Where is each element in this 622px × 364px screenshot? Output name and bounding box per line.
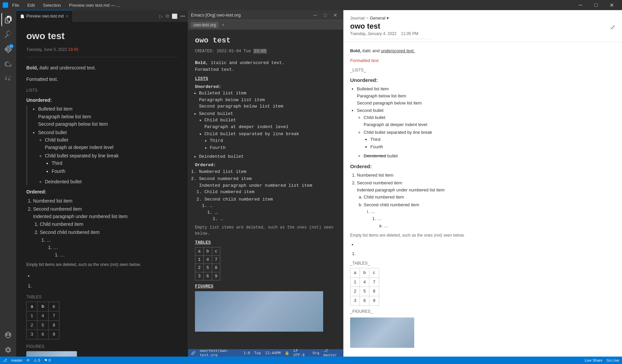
figures-label: FIGURES — [26, 343, 178, 350]
emacs-status-icon: 🔗 — [191, 351, 196, 355]
split-icon[interactable]: ⬜ — [172, 13, 177, 19]
sync-icon[interactable]: ⟳ — [27, 358, 30, 363]
emacs-tab-add[interactable]: + — [220, 22, 226, 28]
tab-actions: ▷ ⧉ ⬜ ••• — [159, 10, 188, 22]
tab-close-icon[interactable]: × — [66, 13, 68, 19]
gggc: … — [221, 216, 336, 222]
activity-search[interactable] — [1, 28, 15, 41]
tab-label: Preview owo.test.md — [26, 14, 64, 19]
expand-button[interactable]: ⤢ — [610, 24, 615, 31]
emacs-unordered-list: Bulleted list item Paragraph below list … — [199, 90, 336, 160]
list-item: Child bullet Paragraph at deeper indent … — [364, 114, 615, 128]
list-item: Bulleted list item Paragraph below list … — [38, 105, 178, 128]
table-cell: 8 — [49, 321, 59, 330]
emacs-ordered-label: Ordered: — [195, 162, 336, 169]
list-item: … — [221, 216, 336, 222]
emacs-close-btn[interactable]: ✕ — [330, 11, 340, 19]
list-item: Second numbered item Indented paragraph … — [357, 180, 615, 230]
list-item: Deindented bullet — [45, 178, 178, 185]
menu-file[interactable]: File — [11, 2, 21, 8]
list-item: Numbered list item — [357, 172, 615, 179]
branch-name[interactable]: master — [11, 358, 23, 362]
emacs-table-header: abc — [195, 247, 220, 256]
activity-extensions[interactable] — [1, 72, 15, 86]
menu-selection[interactable]: Selection — [41, 2, 62, 8]
list-item: Child bullet Paragraph at deeper indent … — [204, 117, 336, 130]
more-icon[interactable]: ••• — [180, 13, 185, 19]
list-item: Second bullet Child bullet Paragraph at … — [199, 111, 336, 151]
right-grandchild-ordered: … … … — [370, 208, 615, 229]
emacs-tab-bar: owo-test.org + — [188, 20, 343, 30]
list-item: Second numbered item Indented paragraph … — [33, 205, 178, 259]
errors-count[interactable]: ⚠ 0 — [34, 358, 40, 363]
maximize-button[interactable]: □ — [588, 0, 604, 10]
doc-time: 19:45 — [68, 47, 78, 52]
list-item: Third — [370, 136, 615, 143]
right-child-ordered: Child numbered item Second child numbere… — [364, 194, 615, 230]
emacs-table-row: 258 — [195, 264, 220, 272]
minimize-button[interactable]: ─ — [573, 0, 588, 10]
close-button[interactable]: ✕ — [604, 0, 619, 10]
tab-bar: 📄 Preview owo.test.md × ▷ ⧉ ⬜ ••• — [16, 10, 188, 22]
journal-date-time: Tuesday, January 4, 2022 11:05 PM — [350, 31, 431, 36]
right-empty-number — [357, 250, 615, 257]
table-row: 2 5 8 — [350, 287, 379, 296]
title-bar: File Edit Selection Preview owo test.md … — [0, 0, 622, 10]
list-item: … … … — [210, 203, 336, 222]
right-table: a b c 1 4 7 2 5 8 3 6 9 — [350, 268, 379, 306]
preview-tab[interactable]: 📄 Preview owo.test.md × — [16, 10, 73, 22]
activity-explorer[interactable] — [1, 13, 15, 26]
doc-date: Tuesday, June 5, 2022 19:45 — [26, 47, 178, 57]
table-cell: 6 — [360, 296, 369, 306]
go-live-button[interactable]: Go Live — [606, 358, 619, 362]
tables-label: TABLES — [26, 294, 178, 300]
journal-title-section: owo test Tuesday, January 4, 2022 11:05 … — [350, 22, 431, 39]
list-item: Child numbered item — [40, 220, 178, 228]
doc-title: owo test — [26, 29, 178, 44]
menu-preview[interactable]: Preview owo test.md — ... — [68, 2, 121, 8]
title-bar-controls: ─ □ ✕ — [573, 0, 619, 10]
activity-debug[interactable] — [1, 57, 15, 71]
unordered-label: Unordered: — [26, 96, 178, 104]
menu-edit[interactable]: Edit — [26, 2, 36, 8]
grandchild-list: Third Fourth — [210, 138, 336, 151]
child-ordered-list: Child numbered item Second child numbere… — [204, 189, 336, 222]
copy-icon[interactable]: ⧉ — [166, 13, 169, 19]
right-content: Bold, italic and underscored text. Forma… — [343, 42, 622, 357]
right-grandchild-list: Third Fourth — [370, 136, 615, 151]
table-row: 2 5 8 — [27, 321, 59, 330]
list-item: Deindented bullet — [364, 153, 615, 160]
emacs-status-file: owo/test/owo-test.org — [200, 348, 239, 357]
live-share-button[interactable]: Live Share — [585, 358, 602, 362]
right-figures-image — [350, 317, 414, 348]
list-item: Bulleted list item Paragraph below list … — [357, 86, 615, 107]
empty-list — [33, 272, 178, 279]
activity-accounts[interactable] — [1, 328, 15, 342]
list-item: … … — [53, 244, 178, 259]
vscode-icon — [3, 2, 8, 8]
emacs-tab[interactable]: owo-test.org — [191, 22, 219, 28]
right-ordered-label: Ordered: — [350, 162, 615, 171]
right-formatted-text: Formatted text. — [350, 57, 615, 64]
table-header-b: b — [360, 268, 369, 277]
emacs-status-branch: ⎇ master — [323, 348, 340, 357]
list-paragraph: Paragraph below list item — [38, 113, 178, 120]
activity-settings[interactable] — [1, 343, 15, 357]
breadcrumb-general[interactable]: General ▾ — [370, 16, 389, 21]
emacs-title-text: Emacs [Org] owo-test.org — [191, 12, 241, 18]
table-header-a: a — [350, 268, 360, 277]
table-cell: 3 — [27, 330, 37, 339]
play-icon[interactable]: ▷ — [159, 13, 163, 19]
emacs-figures-image — [195, 291, 323, 332]
list-item: Numbered list item — [33, 197, 178, 205]
empty-number — [33, 282, 178, 290]
emacs-minimize-btn[interactable]: ─ — [310, 11, 320, 19]
emacs-ordered-list: Numbered list item Second numbered item … — [199, 169, 336, 222]
emacs-maximize-btn[interactable]: □ — [320, 11, 330, 19]
right-header-left: Journal > General ▾ owo test Tuesday, Ja… — [350, 16, 431, 39]
table-cell: 1 — [27, 311, 37, 321]
list-item: Child numbered item — [364, 194, 615, 201]
activity-git[interactable]: 16 — [1, 42, 15, 56]
emacs-status-encoding: LF UTF-8 — [293, 348, 309, 357]
table-header-a: a — [27, 302, 37, 311]
